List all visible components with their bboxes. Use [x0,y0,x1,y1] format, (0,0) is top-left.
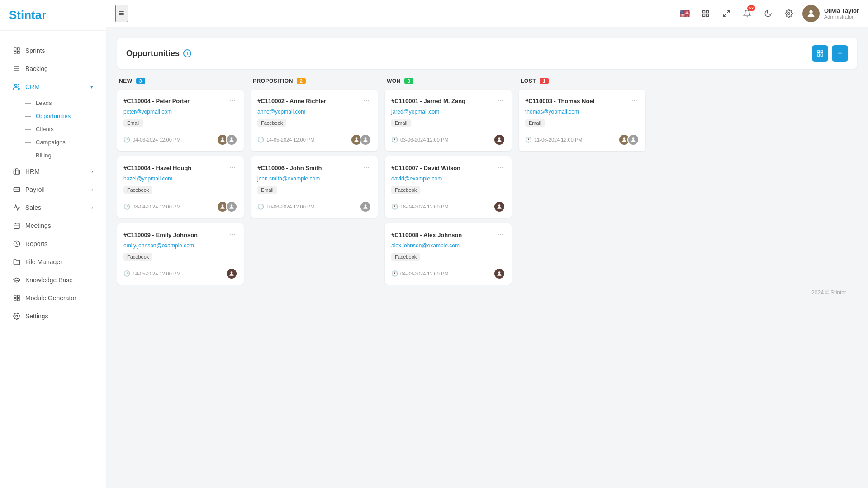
card-footer: 🕐 11-06-2024 12:00 PM [525,134,639,146]
sidebar-item-settings[interactable]: Settings [4,308,102,325]
sidebar-item-meetings[interactable]: Meetings [4,217,102,234]
sales-icon [13,204,21,212]
card-tag: Facebook [123,186,152,194]
theme-icon[interactable] [761,6,775,21]
svg-point-35 [222,204,224,207]
card-footer: 🕐 04-03-2024 12:00 PM [391,268,505,280]
kanban-card[interactable]: #C110004 - Hazel Hough ··· hazel@yopmail… [117,156,244,218]
card-tag-row: Email [123,118,237,131]
kanban-card[interactable]: #C110004 - Peter Porter ··· peter@yopmai… [117,90,244,151]
sidebar-item-crm[interactable]: CRM ▾ [4,78,102,95]
card-timestamp: 08-04-2024 12:00 PM [133,204,180,209]
notification-badge: 52 [747,5,755,11]
card-menu-button[interactable]: ··· [228,163,237,173]
sidebar-item-payroll[interactable]: Payroll › [4,181,102,198]
sidebar-divider-top [7,38,99,38]
kanban-board: NEW 3 #C110004 - Peter Porter ··· peter@… [117,78,857,285]
card-tag: Facebook [391,253,420,261]
sidebar-item-knowledge-base[interactable]: Knowledge Base [4,271,102,289]
card-time: 🕐 11-06-2024 12:00 PM [525,137,582,143]
card-timestamp: 04-06-2024 12:00 PM [133,137,180,142]
card-menu-button[interactable]: ··· [228,96,237,106]
card-header: #C110002 - Anne Richter ··· [257,96,371,106]
card-menu-button[interactable]: ··· [496,230,505,240]
column-badge-lost: 1 [540,78,549,84]
flag-icon[interactable]: 🇺🇸 [678,6,692,21]
svg-rect-31 [817,54,820,56]
clock-icon: 🕐 [257,137,264,143]
user-info[interactable]: Olivia Taylor Administrator [802,5,859,22]
kanban-card[interactable]: #C110006 - John Smith ··· john.smith@exa… [251,156,378,218]
sidebar-item-module-generator[interactable]: Module Generator [4,289,102,307]
card-timestamp: 04-03-2024 12:00 PM [400,271,448,276]
kanban-card[interactable]: #C110001 - Jarred M. Zang ··· jared@yopm… [385,90,512,151]
payroll-chevron-icon: › [91,187,93,192]
hamburger-button[interactable]: ≡ [115,5,128,22]
page-header: Opportunities i + [117,38,857,69]
card-id-name: #C110006 - John Smith [257,165,322,171]
add-button[interactable]: + [832,45,848,62]
topbar-left: ≡ [115,5,128,22]
svg-line-26 [723,14,726,16]
kanban-card[interactable]: #C110007 - David Wilson ··· david@exampl… [385,156,512,218]
notification-icon[interactable]: 52 [740,6,754,21]
card-tag-row: Email [525,118,639,131]
settings-topbar-icon[interactable] [782,6,796,21]
card-avatar [627,134,639,146]
card-header: #C110004 - Peter Porter ··· [123,96,237,106]
sidebar-item-sprints[interactable]: Sprints [4,42,102,59]
user-details: Olivia Taylor Administrator [824,7,859,19]
campaigns-label: Campaigns [36,139,66,146]
sidebar-item-backlog[interactable]: Backlog [4,60,102,77]
card-menu-button[interactable]: ··· [630,96,639,106]
kanban-card[interactable]: #C110009 - Emily Johnson ··· emily.johns… [117,223,244,285]
sidebar-sub-leads[interactable]: — Leads [20,96,106,109]
header-actions: + [812,45,848,62]
column-header-won: WON 3 [385,78,512,84]
kanban-card[interactable]: #C110008 - Alex Johnson ··· alex.johnson… [385,223,512,285]
svg-point-43 [498,271,501,274]
card-tag-row: Facebook [391,185,505,198]
card-menu-button[interactable]: ··· [496,163,505,173]
sidebar-sub-campaigns[interactable]: — Campaigns [20,136,106,149]
card-header: #C110007 - David Wilson ··· [391,163,505,173]
svg-rect-1 [17,48,19,50]
column-badge-proposition: 2 [297,78,306,84]
svg-rect-8 [14,170,19,174]
card-id-name: #C110001 - Jarred M. Zang [391,98,465,104]
card-avatar [226,134,237,146]
card-menu-button[interactable]: ··· [228,230,237,240]
svg-rect-19 [17,298,19,301]
info-icon[interactable]: i [183,49,191,57]
sidebar-item-hrm[interactable]: HRM › [4,163,102,180]
sidebar-item-sales[interactable]: Sales › [4,199,102,216]
expand-icon[interactable] [719,6,734,21]
card-id-name: #C110002 - Anne Richter [257,98,326,104]
grid-view-button[interactable] [812,45,828,62]
apps-icon[interactable] [698,6,713,21]
sidebar-item-file-manager[interactable]: File Manager [4,253,102,270]
card-menu-button[interactable]: ··· [362,96,371,106]
card-menu-button[interactable]: ··· [362,163,371,173]
sidebar-item-reports[interactable]: Reports [4,235,102,252]
svg-rect-29 [817,51,820,53]
svg-rect-21 [702,10,705,13]
clock-icon: 🕐 [123,137,130,143]
card-avatar [360,201,371,213]
kanban-card[interactable]: #C110003 - Thomas Noel ··· thomas@yopmai… [519,90,645,151]
sidebar-item-label-module-generator: Module Generator [25,294,93,302]
sidebar-sub-clients[interactable]: — Clients [20,123,106,136]
card-time: 🕐 10-06-2024 12:00 PM [257,204,314,210]
svg-rect-11 [14,223,19,229]
svg-rect-22 [706,10,708,13]
card-menu-button[interactable]: ··· [496,96,505,106]
card-avatars [493,134,505,146]
card-tag: Email [123,119,143,127]
kanban-card[interactable]: #C110002 - Anne Richter ··· anne@yopmail… [251,90,378,151]
sidebar-sub-opportunities[interactable]: — Opportunities [20,109,106,123]
card-time: 🕐 04-06-2024 12:00 PM [123,137,180,143]
card-email: alex.johnson@example.com [391,242,505,249]
sidebar-sub-billing[interactable]: — Billing [20,149,106,162]
svg-point-34 [231,137,233,140]
hrm-chevron-icon: › [91,169,93,174]
